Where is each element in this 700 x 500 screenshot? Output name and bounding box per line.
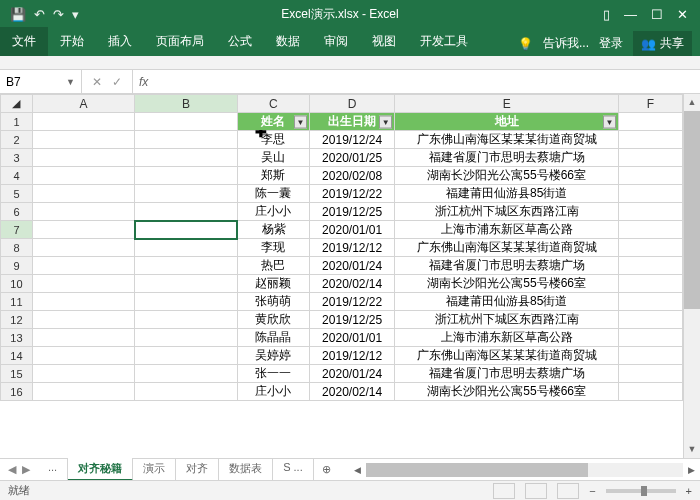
cell[interactable] [32, 131, 134, 149]
cell-name[interactable]: 赵丽颖 [237, 275, 309, 293]
col-header-f[interactable]: F [619, 95, 683, 113]
cell[interactable] [135, 167, 237, 185]
cell-name[interactable]: 陈一囊 [237, 185, 309, 203]
cell[interactable] [135, 149, 237, 167]
tab-data[interactable]: 数据 [264, 27, 312, 56]
col-header-c[interactable]: C [237, 95, 309, 113]
cell-dob[interactable]: 2019/12/22 [310, 293, 395, 311]
zoom-out-icon[interactable]: − [589, 485, 595, 497]
cell-name[interactable]: 李现 [237, 239, 309, 257]
cell-addr[interactable]: 浙江杭州下城区东西路江南 [395, 203, 619, 221]
cell[interactable] [135, 329, 237, 347]
cell[interactable] [32, 203, 134, 221]
tell-me[interactable]: 告诉我... [543, 35, 589, 52]
cell-name[interactable]: 庄小小 [237, 383, 309, 401]
cell-dob[interactable]: 2019/12/25 [310, 311, 395, 329]
cell[interactable] [619, 275, 683, 293]
col-header-d[interactable]: D [310, 95, 395, 113]
row-header[interactable]: 14 [1, 347, 33, 365]
cell-addr[interactable]: 湖南长沙阳光公寓55号楼66室 [395, 383, 619, 401]
cell-name[interactable]: 热巴 [237, 257, 309, 275]
cell[interactable] [32, 185, 134, 203]
cell-addr[interactable]: 福建省厦门市思明去蔡塘广场 [395, 365, 619, 383]
cell-addr[interactable]: 湖南长沙阳光公寓55号楼66室 [395, 275, 619, 293]
cell[interactable] [135, 203, 237, 221]
ribbon-user-icon[interactable]: ▯ [603, 7, 610, 22]
row-header[interactable]: 13 [1, 329, 33, 347]
filter-dropdown-icon[interactable]: ▼ [603, 115, 616, 128]
tab-layout[interactable]: 页面布局 [144, 27, 216, 56]
cell-addr[interactable]: 广东佛山南海区某某某街道商贸城 [395, 131, 619, 149]
cell[interactable] [32, 149, 134, 167]
cell[interactable] [135, 221, 237, 239]
chevron-down-icon[interactable]: ▼ [66, 77, 75, 87]
cell[interactable] [619, 365, 683, 383]
cell-name[interactable]: 郑斯 [237, 167, 309, 185]
cell[interactable] [32, 275, 134, 293]
view-break-icon[interactable] [557, 483, 579, 499]
cell[interactable] [619, 347, 683, 365]
maximize-icon[interactable]: ☐ [651, 7, 663, 22]
cell[interactable] [32, 257, 134, 275]
horizontal-scrollbar[interactable]: ◀ ▶ [349, 463, 700, 477]
header-addr-cell[interactable]: 地址▼ [395, 113, 619, 131]
tab-file[interactable]: 文件 [0, 27, 48, 56]
sheet-tab[interactable]: 对齐秘籍 [68, 458, 133, 481]
cell[interactable] [32, 239, 134, 257]
scroll-up-icon[interactable]: ▲ [684, 94, 700, 111]
cell[interactable] [135, 275, 237, 293]
view-normal-icon[interactable] [493, 483, 515, 499]
cell[interactable] [32, 311, 134, 329]
redo-icon[interactable]: ↷ [53, 7, 64, 22]
qat-more-icon[interactable]: ▾ [72, 7, 79, 22]
cell[interactable] [32, 383, 134, 401]
name-box[interactable]: B7 ▼ [0, 70, 82, 93]
row-header[interactable]: 5 [1, 185, 33, 203]
row-header[interactable]: 16 [1, 383, 33, 401]
cell-dob[interactable]: 2020/01/01 [310, 329, 395, 347]
cell[interactable] [32, 221, 134, 239]
cell[interactable] [135, 257, 237, 275]
cell-addr[interactable]: 福建莆田仙游县85街道 [395, 185, 619, 203]
cell-dob[interactable]: 2019/12/25 [310, 203, 395, 221]
row-header[interactable]: 2 [1, 131, 33, 149]
cell[interactable] [619, 131, 683, 149]
cell[interactable] [619, 329, 683, 347]
cell[interactable] [135, 365, 237, 383]
select-all-corner[interactable]: ◢ [1, 95, 33, 113]
sheet-nav-prev-icon[interactable]: ◀ [8, 463, 16, 476]
cell-name[interactable]: 吴婷婷 [237, 347, 309, 365]
cell-dob[interactable]: 2020/02/08 [310, 167, 395, 185]
sheet-tab[interactable]: 演示 [133, 458, 176, 481]
cell[interactable] [32, 113, 134, 131]
cell[interactable] [619, 383, 683, 401]
login-button[interactable]: 登录 [599, 35, 623, 52]
cell[interactable] [32, 365, 134, 383]
cell[interactable] [32, 347, 134, 365]
cell-name[interactable]: 张一一 [237, 365, 309, 383]
cell-dob[interactable]: 2020/02/14 [310, 275, 395, 293]
tab-dev[interactable]: 开发工具 [408, 27, 480, 56]
fx-icon[interactable]: fx [133, 75, 154, 89]
share-button[interactable]: 👥 共享 [633, 31, 692, 56]
vertical-scrollbar[interactable]: ▲ ▼ [683, 94, 700, 458]
cell-dob[interactable]: 2020/01/01 [310, 221, 395, 239]
cell[interactable] [32, 329, 134, 347]
cell[interactable] [135, 131, 237, 149]
cell-dob[interactable]: 2019/12/24 [310, 131, 395, 149]
cell-dob[interactable]: 2019/12/12 [310, 239, 395, 257]
cell-dob[interactable]: 2020/01/24 [310, 257, 395, 275]
tab-formula[interactable]: 公式 [216, 27, 264, 56]
cell-name[interactable]: 李思 [237, 131, 309, 149]
cell-name[interactable]: 杨紫 [237, 221, 309, 239]
sheet-tab[interactable]: S ... [273, 458, 314, 481]
row-header[interactable]: 6 [1, 203, 33, 221]
minimize-icon[interactable]: — [624, 7, 637, 22]
cell[interactable] [619, 149, 683, 167]
add-sheet-button[interactable]: ⊕ [314, 463, 339, 476]
cell[interactable] [135, 113, 237, 131]
scroll-thumb[interactable] [366, 463, 588, 477]
scroll-thumb[interactable] [684, 111, 700, 309]
save-icon[interactable]: 💾 [10, 7, 26, 22]
row-header[interactable]: 7 [1, 221, 33, 239]
